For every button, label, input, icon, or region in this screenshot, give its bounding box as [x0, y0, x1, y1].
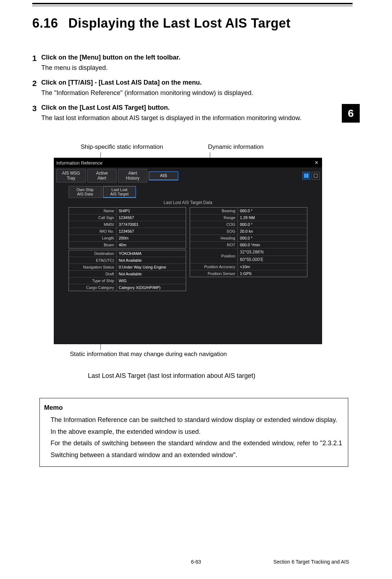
callout-ship-static: Ship-specific static information: [81, 143, 163, 151]
value-bearing: 000.0 °: [237, 208, 307, 214]
label-cargo: Cargo Category: [69, 284, 116, 291]
figure-caption: Last Lost AIS Target (last lost informat…: [88, 372, 255, 380]
svg-rect-2: [314, 174, 317, 177]
step-body: The menu is displayed.: [41, 63, 335, 72]
footer-section: Section 6 Target Tracking and AIS: [247, 559, 349, 565]
value-length: 200m: [116, 235, 186, 241]
step-heading: Click on the [Last Lost AIS Target] butt…: [41, 104, 335, 111]
label-shiptype: Type of Ship: [69, 277, 116, 284]
value-name: SHIP1: [116, 208, 186, 214]
value-cargo: Category X(DG/HP/MP): [116, 284, 186, 291]
value-mmsi: 377470001: [116, 221, 186, 228]
label-bearing: Bearing: [190, 208, 237, 214]
step-body: The last lost information about AIS targ…: [41, 114, 335, 123]
label-range: Range: [190, 214, 237, 221]
step-body: The "Information Reference" (information…: [41, 89, 335, 98]
layout-standard-icon[interactable]: [302, 172, 310, 180]
svg-rect-1: [306, 174, 308, 178]
value-shiptype: WIG: [116, 277, 186, 284]
subtab-own-ship-ais[interactable]: Own Ship AIS Data: [69, 186, 101, 198]
chapter-side-tab: 6: [342, 104, 360, 123]
step-number: 3: [32, 104, 37, 113]
label-length: Length: [69, 235, 116, 241]
memo-box: Memo The Information Reference can be sw…: [39, 398, 348, 467]
group-voyage-static: DestinationYOKOHAMA ETA(UTC)Not Availabl…: [69, 250, 186, 291]
layout-extended-icon[interactable]: [312, 172, 320, 180]
value-eta: Not Available: [116, 257, 186, 264]
label-cog: COG: [190, 221, 237, 228]
label-beam: Beam: [69, 242, 116, 248]
svg-rect-0: [304, 174, 306, 178]
value-imo: 1234567: [116, 228, 186, 234]
value-posacc: <10m: [237, 264, 307, 270]
value-beam: 40m: [116, 242, 186, 248]
section-number: 6.16: [32, 16, 58, 31]
tab-ais-msg-tray[interactable]: AIS MSG Tray: [56, 169, 86, 182]
label-draft: Draft: [69, 271, 116, 277]
label-eta: ETA(UTC): [69, 257, 116, 264]
step-number: 1: [32, 54, 37, 63]
value-heading: 000.0 °: [237, 235, 307, 241]
value-cog: 000.0 °: [237, 221, 307, 228]
callout-dynamic: Dynamic information: [208, 143, 264, 151]
label-heading: Heading: [190, 235, 237, 241]
tab-ais[interactable]: AIS: [149, 171, 178, 180]
label-mmsi: MMSI: [69, 221, 116, 228]
rule-thin: [32, 6, 353, 6]
label-name: Name: [69, 208, 116, 214]
value-sog: 20.0 kn: [237, 228, 307, 234]
callout-voyage-static: Static information that may change durin…: [70, 351, 227, 358]
step-heading: Click on the [Menu] button on the left t…: [41, 54, 335, 61]
value-position-lat: 32°03.286'N: [237, 248, 307, 256]
rule-thick: [32, 3, 353, 4]
value-possensor: 1:GPS: [237, 270, 307, 277]
label-destination: Destination: [69, 250, 116, 257]
value-rot: 000.0 °/min: [237, 242, 307, 248]
group-ship-static: NameSHIP1 Call Sign1234567 MMSI377470001…: [69, 207, 186, 248]
step-heading: Click on [TT/AIS] - [Last Lost AIS Data]…: [41, 79, 335, 86]
subtab-last-lost-ais[interactable]: Last Lost AIS Target: [103, 186, 136, 198]
tab-alert-history[interactable]: Alert History: [118, 169, 147, 182]
window-title: Information Reference: [56, 160, 103, 166]
value-navstatus: 0:Under Way Using Engine: [116, 264, 186, 270]
tab-active-alert[interactable]: Active Alert: [87, 169, 117, 182]
memo-title: Memo: [44, 402, 342, 413]
page-footer: 6-83 Section 6 Target Tracking and AIS: [0, 559, 392, 565]
close-icon[interactable]: ×: [313, 160, 320, 166]
section-title-text: Displaying the Last Lost AIS Target: [69, 16, 291, 30]
label-possensor: Position Sensor: [190, 270, 237, 277]
value-callsign: 1234567: [116, 214, 186, 221]
value-draft: Not Available: [116, 271, 186, 277]
label-callsign: Call Sign: [69, 214, 116, 221]
label-imo: IMO No.: [69, 228, 116, 234]
value-destination: YOKOHAMA: [116, 250, 186, 257]
label-posacc: Position Accuracy: [190, 264, 237, 270]
value-range: 1.29 NM: [237, 214, 307, 221]
step-number: 2: [32, 79, 37, 88]
data-panel-title: Last Lost AIS Target Data: [54, 200, 322, 205]
label-navstatus: Navigation Status: [69, 264, 116, 270]
section-heading: 6.16 Displaying the Last Lost AIS Target: [32, 16, 291, 31]
label-position: Position: [190, 253, 237, 259]
value-position-lon: 60°55.000'E: [237, 256, 307, 263]
group-dynamic: Bearing000.0 ° Range1.29 NM COG000.0 ° S…: [190, 207, 307, 277]
memo-body: The Information Reference can be switche…: [46, 414, 342, 461]
page-number: 6-83: [145, 559, 247, 565]
label-rot: ROT: [190, 242, 237, 248]
label-sog: SOG: [190, 228, 237, 234]
screenshot-window: Information Reference × AIS MSG Tray Act…: [54, 158, 322, 344]
